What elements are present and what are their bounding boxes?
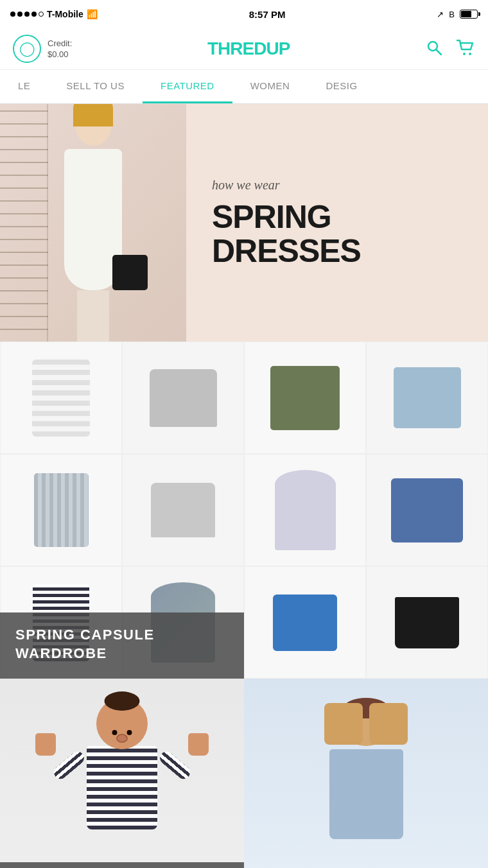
battery-fill [461,11,471,17]
hero-subtitle: how we wear [212,178,462,193]
black-skirt [395,597,459,648]
kid-boy-body [329,749,403,839]
dot-3 [24,12,30,17]
figure-bag [112,255,148,290]
status-bar: T-Mobile 📶 8:57 PM ↗ B [0,0,488,28]
eye-right [126,730,132,735]
kid-boy-figure [295,698,437,868]
gray-shirt [150,369,217,427]
figure-body [64,149,122,290]
cart-icon [456,39,475,56]
dot-2 [17,12,22,17]
gray-tshirt [151,483,215,537]
blue-shirt [394,367,461,428]
cart-button[interactable] [456,39,475,59]
location-icon: ↗ [437,10,444,19]
kid-boy-head-area [337,698,395,746]
credit-amount: $0.00 [48,49,72,59]
eye-left [112,730,118,735]
carrier-name: T-Mobile [47,9,83,19]
blue-top [273,595,337,651]
figure-hair [73,104,113,126]
user-icon: ◯ [19,40,35,57]
striped-top [32,360,90,437]
boy-arm-left [334,759,352,823]
dot-5 [39,12,44,17]
green-jacket [270,366,340,430]
signal-dots [10,12,44,17]
tab-women[interactable]: WOMEN [232,70,308,103]
svg-line-1 [437,50,442,55]
kids-section[interactable]: KIDS' BRAND NEW (WITHTAGS) [0,679,488,868]
tab-designers[interactable]: DESIG [308,70,375,103]
kids-right-bg [244,679,488,868]
svg-point-2 [463,53,466,55]
capsule-wardrobe-label[interactable]: SPRING CAPSULEWARDROBE [0,612,244,679]
status-right: ↗ B [437,10,478,19]
kid-mouth [116,734,128,743]
boy-arm-right [380,759,398,823]
logo-accent: UP [266,39,290,58]
header-left: ◯ Credit: $0.00 [13,35,72,63]
arm-left [51,749,87,782]
clothing-grid-section[interactable]: SPRING CAPSULEWARDROBE [0,342,488,679]
clothing-cell-4 [366,342,488,454]
clothing-cell-3 [244,342,366,454]
app-logo[interactable]: THREDUP [207,39,290,59]
capsule-wardrobe-text: SPRING CAPSULEWARDROBE [15,627,155,662]
clothing-cell-12 [366,566,488,679]
kid-hair-top [105,691,140,711]
avatar[interactable]: ◯ [13,35,41,63]
clothing-cell-5 [0,454,122,566]
search-icon [425,39,443,56]
clothing-cell-2 [122,342,244,454]
tab-sell-to-us[interactable]: SELL TO US [48,70,143,103]
hero-title: SPRING DRESSES [212,200,462,268]
clothing-cell-1 [0,342,122,454]
kid-girl-figure [51,698,193,868]
kid-head [96,698,148,749]
light-dress [275,470,336,550]
hero-text-area: how we wear SPRING DRESSES [186,159,488,287]
hand-cover-right [369,703,408,745]
clothing-cell-6 [122,454,244,566]
dot-1 [10,12,15,17]
denim-jacket [391,478,463,542]
hand-right [188,733,209,756]
dot-4 [31,12,37,17]
hand-left [35,733,56,756]
nav-tabs: LE SELL TO US FEATURED WOMEN DESIG [0,70,488,104]
header-right [425,39,475,59]
kids-left-bg [0,679,244,868]
tab-sale[interactable]: LE [0,70,48,103]
search-button[interactable] [425,39,443,59]
app-header: ◯ Credit: $0.00 THREDUP [0,28,488,70]
credit-info: Credit: $0.00 [48,39,72,59]
clothing-cell-7 [244,454,366,566]
logo-text: THRED [207,39,266,58]
gate-decoration [0,104,48,342]
bluetooth-icon: B [449,10,455,19]
kids-cell-right[interactable] [244,679,488,868]
figure-container [64,104,122,342]
clothing-cell-8 [366,454,488,566]
clothing-cell-11 [244,566,366,679]
arm-right [157,749,193,782]
patterned-top [34,473,89,547]
kids-cell-left[interactable]: KIDS' BRAND NEW (WITHTAGS) [0,679,244,868]
tab-featured[interactable]: FEATURED [143,70,232,103]
hero-banner[interactable]: how we wear SPRING DRESSES [0,104,488,342]
time-display: 8:57 PM [249,9,286,20]
svg-point-3 [469,53,471,55]
kids-left-label[interactable]: KIDS' BRAND NEW (WITHTAGS) [0,862,244,868]
hand-cover-left [324,703,363,745]
kid-body [87,746,157,829]
figure-legs [77,290,109,342]
status-left: T-Mobile 📶 [10,9,98,19]
wifi-icon: 📶 [87,9,98,19]
battery-indicator [460,10,478,19]
credit-label: Credit: [48,39,72,49]
